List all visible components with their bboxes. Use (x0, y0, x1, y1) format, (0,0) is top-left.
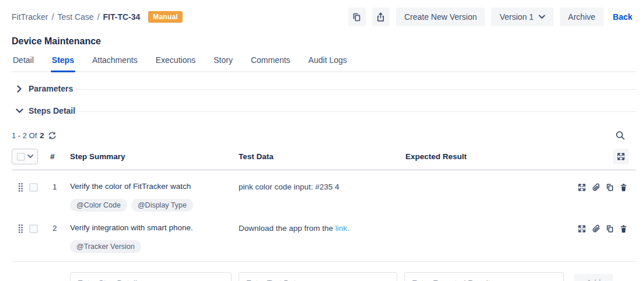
step-details-input[interactable] (70, 272, 232, 281)
chevron-down-icon (15, 108, 23, 114)
expand-step-button[interactable] (578, 224, 586, 233)
breadcrumb-section[interactable]: Test Case (57, 12, 93, 22)
copy-step-button[interactable] (606, 183, 614, 192)
step-row-1: 1 Verify the color of FitTracker watch @… (12, 170, 636, 220)
copy-testcase-button[interactable] (348, 8, 366, 26)
version-dropdown[interactable]: Version 1 (491, 8, 553, 26)
step-checkbox[interactable] (29, 183, 38, 192)
step-row-2: 2 Verify integration with smart phone. @… (12, 220, 636, 261)
test-data-link[interactable]: link (335, 224, 347, 233)
attachment-button[interactable] (592, 182, 600, 192)
archive-button[interactable]: Archive (560, 8, 604, 26)
step-row-actions (578, 224, 636, 233)
column-header-number: # (50, 152, 70, 161)
test-case-page: FitTracker / Test Case / FIT-TC-34 Manua… (0, 0, 644, 281)
expand-all-steps-button[interactable] (613, 149, 629, 164)
parameter-tags: @Color Code @Display Type (70, 199, 227, 212)
breadcrumb-separator: / (51, 12, 54, 22)
drag-handle-icon[interactable] (12, 224, 29, 233)
delete-step-button[interactable] (620, 183, 628, 192)
create-new-version-button[interactable]: Create New Version (396, 8, 485, 26)
parameter-tags: @Tracker Version (70, 240, 227, 253)
tab-executions[interactable]: Executions (155, 55, 197, 71)
expand-icon (617, 152, 625, 161)
top-bar: FitTracker / Test Case / FIT-TC-34 Manua… (12, 7, 636, 27)
breadcrumb-separator: / (97, 12, 100, 22)
back-link[interactable]: Back (613, 12, 632, 22)
breadcrumb: FitTracker / Test Case / FIT-TC-34 Manua… (12, 11, 183, 23)
step-row-actions (578, 182, 636, 192)
copy-step-button[interactable] (606, 224, 614, 233)
column-header-step-summary: Step Summary (70, 152, 239, 161)
parameters-section-label: Parameters (29, 84, 73, 93)
step-number: 2 (50, 224, 70, 233)
test-data-text: Download the app from the (239, 224, 335, 233)
refresh-icon[interactable] (48, 131, 57, 140)
export-testcase-button[interactable] (372, 8, 390, 26)
delete-step-button[interactable] (620, 224, 628, 233)
section-divider (79, 111, 636, 112)
attachment-button[interactable] (592, 224, 600, 233)
steps-table-header: # Step Summary Test Data Expected Result (12, 149, 636, 170)
pagination-total: 2 (40, 131, 44, 140)
steps-detail-section-label: Steps Detail (29, 106, 75, 115)
steps-table-body: 1 Verify the color of FitTracker watch @… (12, 170, 636, 262)
step-summary-text: Verify integration with smart phone. (70, 223, 227, 232)
tab-story[interactable]: Story (212, 55, 234, 71)
parameter-tag[interactable]: @Display Type (131, 199, 193, 212)
pagination-range: 1 - 2 Of (12, 131, 37, 140)
expand-icon (578, 224, 586, 233)
version-dropdown-label: Version 1 (499, 12, 533, 22)
add-step-button[interactable]: Add (574, 274, 613, 281)
step-summary-text: Verify the color of FitTracker watch (70, 182, 227, 191)
test-data-cell[interactable]: Download the app from the link. (239, 224, 405, 233)
tab-detail[interactable]: Detail (12, 55, 35, 71)
trash-icon (620, 183, 628, 192)
tab-bar: Detail Steps Attachments Executions Stor… (12, 55, 636, 72)
test-data-text: . (347, 224, 349, 233)
breadcrumb-project[interactable]: FitTracker (12, 12, 48, 22)
manual-badge: Manual (148, 11, 183, 23)
tab-comments[interactable]: Comments (250, 55, 292, 71)
chevron-down-icon (27, 154, 33, 159)
step-summary-cell[interactable]: Verify integration with smart phone. @Tr… (70, 223, 239, 253)
select-all-checkbox[interactable] (17, 153, 25, 161)
step-checkbox[interactable] (29, 224, 38, 233)
copy-icon (352, 12, 362, 22)
list-toolbar: 1 - 2 Of 2 (12, 131, 636, 140)
breadcrumb-testcase-id: FIT-TC-34 (103, 12, 141, 22)
paperclip-icon (592, 224, 600, 233)
copy-icon (606, 224, 614, 233)
pagination: 1 - 2 Of 2 (12, 131, 57, 140)
parameters-section-toggle[interactable]: Parameters (12, 77, 636, 99)
section-divider (76, 89, 636, 90)
expand-step-button[interactable] (578, 183, 586, 192)
copy-icon (606, 183, 614, 192)
column-header-expected-result: Expected Result (405, 152, 578, 161)
column-header-test-data: Test Data (239, 152, 405, 161)
paperclip-icon (592, 182, 600, 192)
step-summary-cell[interactable]: Verify the color of FitTracker watch @Co… (70, 182, 239, 212)
step-number: 1 (50, 182, 70, 191)
parameter-tag[interactable]: @Tracker Version (70, 240, 141, 253)
expected-result-input[interactable] (404, 272, 564, 281)
trash-icon (620, 224, 628, 233)
test-data-cell[interactable]: pink color code input: #235 4 (239, 182, 405, 191)
tab-steps[interactable]: Steps (51, 55, 75, 71)
page-title: Device Maintenance (12, 36, 636, 47)
expand-icon (578, 183, 586, 192)
chevron-down-icon (538, 15, 545, 19)
tab-audit-logs[interactable]: Audit Logs (307, 55, 348, 71)
search-icon[interactable] (615, 131, 625, 140)
toolbar: Create New Version Version 1 Archive Bac… (342, 8, 636, 26)
parameter-tag[interactable]: @Color Code (70, 199, 127, 212)
select-all-dropdown[interactable] (12, 149, 38, 164)
tab-attachments[interactable]: Attachments (91, 55, 139, 71)
drag-handle-icon[interactable] (12, 183, 29, 192)
steps-detail-section-toggle[interactable]: Steps Detail (12, 99, 636, 121)
test-data-input[interactable] (239, 272, 397, 281)
share-icon (376, 12, 386, 22)
chevron-right-icon (15, 85, 23, 93)
add-step-bar: Add (12, 262, 636, 281)
